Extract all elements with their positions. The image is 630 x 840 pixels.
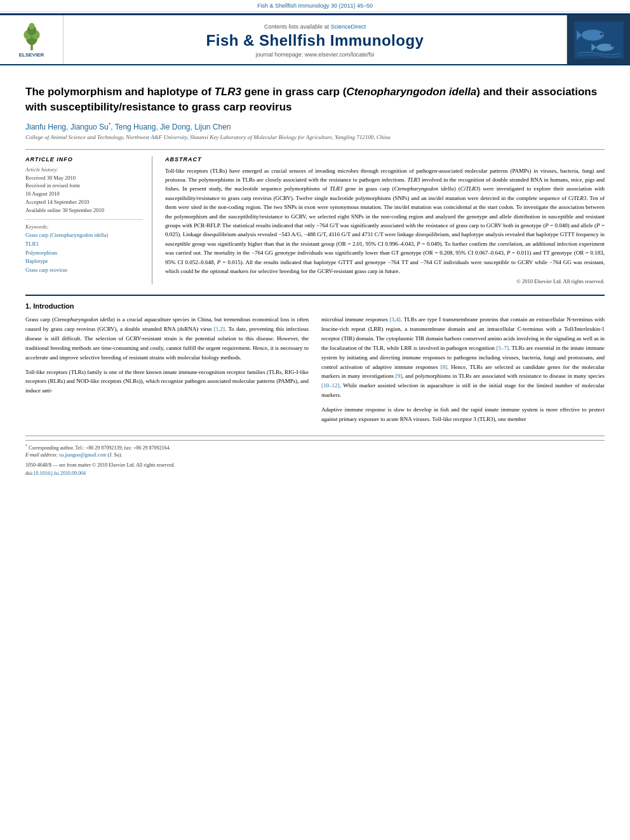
elsevier-text: ELSEVIER <box>19 52 44 58</box>
elsevier-logo <box>22 22 41 51</box>
keyword-1: Grass carp (Ctenopharyngodon idella) <box>25 231 143 240</box>
journal-cover-image <box>573 19 624 60</box>
corresponding-author: * Corresponding author. Tel.: +86 29 870… <box>25 443 605 452</box>
journal-name: Fish & Shellfish Immunology <box>206 32 424 50</box>
article-info-label: ARTICLE INFO <box>25 156 143 163</box>
history-label: Article history: <box>25 166 143 173</box>
abstract-text: Toll-like receptors (TLRs) have emerged … <box>165 166 605 276</box>
doi-link[interactable]: 10.1016/j.fsi.2010.09.004 <box>33 470 85 476</box>
intro-para-2: Toll-like receptors (TLRs) family is one… <box>25 368 309 396</box>
intro-para-4: Adaptive immune response is slow to deve… <box>321 405 605 424</box>
section1-title: 1. Introduction <box>25 302 605 310</box>
copyright-text: © 2010 Elsevier Ltd. All rights reserved… <box>165 278 605 284</box>
issn-line: 1050-4648/$ — see front matter © 2010 El… <box>25 462 605 469</box>
received-revised-label: Received in revised form <box>25 182 143 190</box>
keyword-2: TLR3 <box>25 240 143 249</box>
affiliation: College of Animal Science and Technology… <box>25 134 605 140</box>
received-date: Received 30 May 2010 <box>25 174 143 182</box>
authors: Jianfu Heng, Jianguo Su*, Teng Huang, Ji… <box>25 121 605 131</box>
article-title: The polymorphism and haplotype of TLR3 g… <box>25 84 605 115</box>
journal-homepage: journal homepage: www.elsevier.com/locat… <box>256 51 375 58</box>
intro-para-3: microbial immune responses [3,4]. TLRs a… <box>321 315 605 400</box>
email-address: E-mail address: su.jianguo@gmail.com (J.… <box>25 451 605 459</box>
svg-point-7 <box>581 29 603 40</box>
doi-line: doi:10.1016/j.fsi.2010.09.004 <box>25 470 605 476</box>
intro-para-1: Grass carp (Ctenopharyngodon idella) is … <box>25 315 309 362</box>
keywords-label: Keywords: <box>25 223 143 230</box>
received-revised-date: 16 August 2010 <box>25 190 143 198</box>
svg-point-5 <box>29 22 34 29</box>
contents-available-text: Contents lists available at ScienceDirec… <box>264 22 366 32</box>
svg-point-9 <box>600 32 602 35</box>
accepted-date: Accepted 14 September 2010 <box>25 198 143 206</box>
svg-point-10 <box>596 43 613 51</box>
keyword-3: Polymorphism <box>25 249 143 258</box>
keyword-4: Haplotype <box>25 257 143 266</box>
citation-line: Fish & Shellfish Immunology 30 (2011) 45… <box>0 0 630 12</box>
sciencedirect-link[interactable]: ScienceDirect <box>331 23 366 30</box>
svg-point-12 <box>610 45 612 47</box>
keyword-5: Grass carp reovirus <box>25 266 143 275</box>
abstract-label: ABSTRACT <box>165 156 605 163</box>
available-date: Available online 30 September 2010 <box>25 206 143 215</box>
